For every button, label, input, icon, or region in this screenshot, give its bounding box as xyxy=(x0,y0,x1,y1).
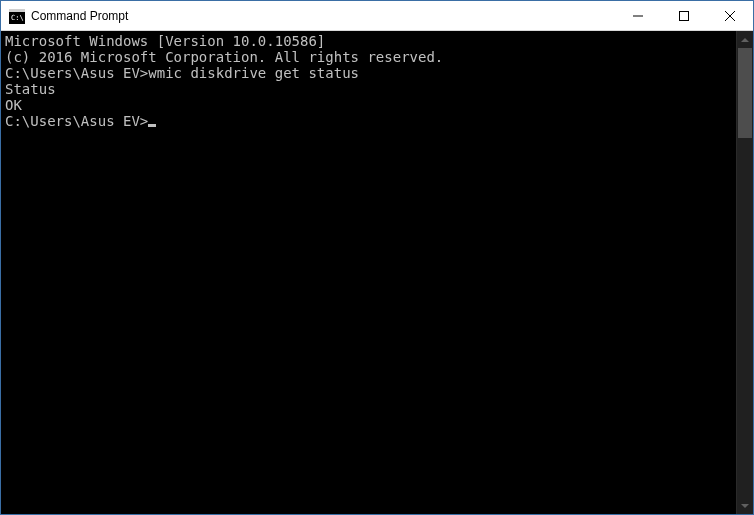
scroll-down-arrow-icon[interactable] xyxy=(737,497,753,514)
prompt-path: C:\Users\Asus EV> xyxy=(5,113,148,129)
console-line: C:\Users\Asus EV>wmic diskdrive get stat… xyxy=(5,65,749,81)
svg-rect-2 xyxy=(9,8,25,9)
svg-text:C:\: C:\ xyxy=(11,14,24,22)
close-icon xyxy=(725,11,735,21)
prompt-path: C:\Users\Asus EV> xyxy=(5,65,148,81)
close-button[interactable] xyxy=(707,1,753,30)
titlebar[interactable]: C:\ Command Prompt xyxy=(1,1,753,31)
console-output-header: Status xyxy=(5,81,749,97)
console-area[interactable]: Microsoft Windows [Version 10.0.10586] (… xyxy=(1,31,753,514)
console-line: Microsoft Windows [Version 10.0.10586] xyxy=(5,33,749,49)
maximize-button[interactable] xyxy=(661,1,707,30)
cmd-icon: C:\ xyxy=(9,8,25,24)
console-line: C:\Users\Asus EV> xyxy=(5,113,749,129)
console-line: (c) 2016 Microsoft Corporation. All righ… xyxy=(5,49,749,65)
maximize-icon xyxy=(679,11,689,21)
svg-rect-5 xyxy=(680,11,689,20)
console-output-value: OK xyxy=(5,97,749,113)
window-controls xyxy=(615,1,753,30)
command-prompt-window: C:\ Command Prompt Micr xyxy=(0,0,754,515)
scrollbar-thumb[interactable] xyxy=(738,48,752,138)
entered-command: wmic diskdrive get status xyxy=(148,65,359,81)
minimize-icon xyxy=(633,11,643,21)
scroll-up-arrow-icon[interactable] xyxy=(737,31,753,48)
window-title: Command Prompt xyxy=(31,9,615,23)
vertical-scrollbar[interactable] xyxy=(736,31,753,514)
minimize-button[interactable] xyxy=(615,1,661,30)
cursor xyxy=(148,124,156,127)
